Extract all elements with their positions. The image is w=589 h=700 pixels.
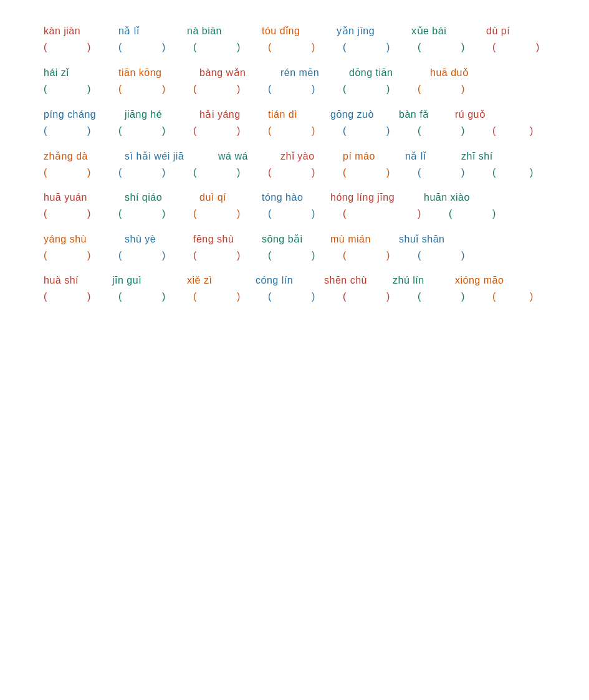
- paren-open-0-5: (: [418, 42, 461, 53]
- vocab-word-6-3: cóng lín: [256, 275, 324, 286]
- paren-group-5-3: (): [268, 250, 343, 261]
- vocab-word-5-3: sōng bǎi: [262, 233, 330, 245]
- vocab-word-1-1: tiān kōng: [118, 67, 199, 79]
- vocab-word-5-2: fēng shù: [193, 234, 262, 245]
- paren-open-2-4: (: [343, 125, 386, 137]
- paren-close-4-5: ): [492, 208, 511, 219]
- paren-open-6-1: (: [118, 291, 162, 302]
- vocab-row-4: huā yuánshí qiáoduì qítóng hàohóng líng …: [37, 192, 552, 203]
- vocab-word-0-0: kàn jiàn: [44, 26, 118, 37]
- paren-open-4-3: (: [268, 208, 312, 219]
- vocab-word-2-0: píng cháng: [44, 109, 125, 120]
- paren-close-6-1: ): [162, 291, 193, 302]
- paren-open-2-1: (: [118, 125, 162, 137]
- vocab-word-3-0: zhǎng dà: [44, 150, 125, 162]
- paren-close-5-1: ): [162, 250, 193, 261]
- paren-open-0-0: (: [44, 42, 87, 53]
- paren-group-3-3: (): [268, 167, 343, 178]
- paren-open-6-6: (: [492, 291, 530, 302]
- paren-close-6-4: ): [386, 291, 418, 302]
- vocab-word-2-3: tián dì: [268, 109, 330, 120]
- paren-close-2-3: ): [312, 125, 343, 137]
- vocab-word-1-2: bàng wǎn: [199, 67, 280, 79]
- vocab-word-1-3: rén mēn: [280, 67, 349, 79]
- paren-close-6-5: ): [461, 291, 492, 302]
- vocab-word-3-4: pí máo: [343, 151, 405, 162]
- paren-open-0-2: (: [193, 42, 237, 53]
- paren-group-6-0: (): [44, 291, 118, 302]
- vocab-word-3-6: zhī shí: [461, 151, 517, 162]
- paren-close-3-6: ): [530, 167, 548, 178]
- paren-open-4-0: (: [44, 208, 87, 219]
- paren-group-1-1: (): [118, 84, 193, 95]
- paren-group-3-1: (): [118, 167, 193, 178]
- paren-close-6-6: ): [530, 291, 548, 302]
- row-group-5: yáng shùshù yèfēng shùsōng bǎimù miánshu…: [37, 233, 552, 261]
- row-group-3: zhǎng dàsì hǎi wéi jiāwá wázhǐ yàopí máo…: [37, 150, 552, 178]
- answer-row-5: ()()()()()(): [37, 250, 552, 261]
- paren-close-3-1: ): [162, 167, 193, 178]
- row-group-4: huā yuánshí qiáoduì qítóng hàohóng líng …: [37, 192, 552, 219]
- vocab-word-5-4: mù mián: [330, 234, 399, 245]
- paren-close-0-2: ): [237, 42, 268, 53]
- vocab-word-6-4: shēn chù: [324, 275, 393, 286]
- paren-group-2-6: (): [492, 125, 548, 137]
- paren-open-2-0: (: [44, 125, 87, 137]
- vocab-word-4-4: hóng líng jīng: [330, 192, 424, 203]
- vocab-word-0-6: dù pí: [486, 26, 548, 37]
- paren-group-5-4: (): [343, 250, 418, 261]
- paren-group-2-0: (): [44, 125, 118, 137]
- paren-group-2-5: (): [418, 125, 492, 137]
- vocab-word-2-4: gōng zuò: [330, 109, 399, 120]
- vocab-row-6: huà shíjīn guìxiě zìcóng línshēn chùzhú …: [37, 275, 552, 286]
- paren-group-5-5: (): [418, 250, 480, 261]
- vocab-word-6-1: jīn guì: [112, 275, 187, 286]
- paren-open-4-2: (: [193, 208, 237, 219]
- answer-row-6: ()()()()()()(): [37, 291, 552, 302]
- paren-group-0-1: (): [118, 42, 193, 53]
- paren-group-0-6: (): [492, 42, 555, 53]
- vocab-word-3-3: zhǐ yào: [280, 150, 343, 162]
- paren-group-6-6: (): [492, 291, 548, 302]
- vocab-word-3-2: wá wá: [218, 151, 280, 162]
- vocab-word-0-3: tóu dǐng: [262, 25, 337, 37]
- paren-open-5-4: (: [343, 250, 386, 261]
- paren-open-5-1: (: [118, 250, 162, 261]
- paren-group-3-5: (): [418, 167, 492, 178]
- paren-close-6-2: ): [237, 291, 268, 302]
- paren-close-0-1: ): [162, 42, 193, 53]
- paren-close-4-0: ): [87, 208, 118, 219]
- paren-group-4-1: (): [118, 208, 193, 219]
- paren-close-2-6: ): [530, 125, 548, 137]
- paren-close-5-2: ): [237, 250, 268, 261]
- paren-open-0-4: (: [343, 42, 386, 53]
- row-group-2: píng chángjiāng héhǎi yángtián dìgōng zu…: [37, 108, 552, 137]
- paren-open-0-6: (: [492, 42, 536, 53]
- paren-group-0-4: (): [343, 42, 418, 53]
- paren-close-4-1: ): [162, 208, 193, 219]
- paren-close-5-5: ): [461, 250, 480, 261]
- paren-group-5-2: (): [193, 250, 268, 261]
- paren-group-1-2: (): [193, 84, 268, 95]
- paren-close-2-5: ): [461, 125, 492, 137]
- main-content: kàn jiànnǎ lǐnà biāntóu dǐngyǎn jīngxǔe …: [37, 25, 552, 302]
- vocab-word-2-6: rú guǒ: [455, 108, 511, 120]
- paren-open-4-1: (: [118, 208, 162, 219]
- paren-close-2-1: ): [162, 125, 193, 137]
- vocab-word-4-3: tóng hào: [262, 192, 330, 203]
- row-group-6: huà shíjīn guìxiě zìcóng línshēn chùzhú …: [37, 275, 552, 302]
- vocab-word-5-1: shù yè: [125, 234, 193, 245]
- paren-open-3-1: (: [118, 167, 162, 178]
- paren-group-6-3: (): [268, 291, 343, 302]
- paren-group-1-5: (): [418, 84, 480, 95]
- answer-row-2: ()()()()()()(): [37, 125, 552, 137]
- paren-close-1-1: ): [162, 84, 193, 95]
- vocab-row-5: yáng shùshù yèfēng shùsōng bǎimù miánshu…: [37, 233, 552, 245]
- paren-open-2-2: (: [193, 125, 237, 137]
- paren-close-6-0: ): [87, 291, 118, 302]
- paren-close-2-4: ): [386, 125, 418, 137]
- paren-close-2-0: ): [87, 125, 118, 137]
- paren-group-4-4: (): [343, 208, 449, 219]
- paren-group-2-3: (): [268, 125, 343, 137]
- paren-group-4-3: (): [268, 208, 343, 219]
